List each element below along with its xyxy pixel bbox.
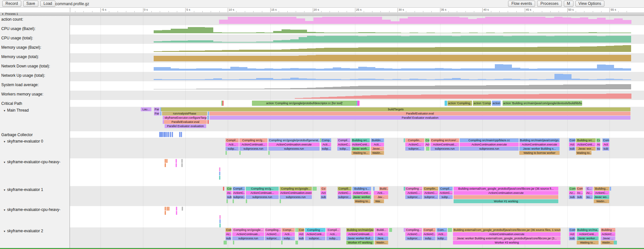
event-block[interactable]: Building src... [351,138,370,142]
expand-arrow-icon[interactable]: ▼ [3,208,7,213]
event-block[interactable]: Worker #1 working [454,199,558,203]
event-tick[interactable] [226,199,228,203]
event-tick[interactable] [222,101,224,106]
network-down-usage-chart[interactable] [154,64,631,71]
event-block[interactable]: Compil... [326,228,341,232]
event-block[interactable]: ActionC... [337,143,351,146]
event-block[interactable]: Act [596,143,600,146]
event-tick[interactable] [373,187,375,191]
event-tick[interactable] [219,167,220,171]
event-block[interactable] [454,195,558,199]
event-block[interactable]: subproc... [405,236,422,240]
event-block[interactable]: Par [154,112,159,115]
event-block[interactable]: Compiling src/google... [232,228,264,232]
event-block[interactable] [445,101,447,106]
event-block[interactable]: sub [596,147,600,151]
event-block[interactable]: Act [602,143,609,146]
toolbar-button-flow-events[interactable]: Flow events [508,1,535,7]
event-block[interactable]: subp... [321,147,331,151]
event-block[interactable]: Compiling src/main/cpp/blaze.cc [460,138,519,142]
event-tick[interactable] [233,199,234,203]
event-block[interactable]: Parallel Evaluator evaluation [210,116,630,120]
event-block[interactable]: ActionC... [601,232,615,236]
event-block[interactable] [426,147,429,151]
event-block[interactable]: ActionConti... [305,232,325,236]
event-block[interactable]: Par [154,107,159,111]
network-up-usage-chart[interactable] [154,73,631,80]
event-block[interactable] [389,228,392,232]
cpu-usage-bazel-chart[interactable] [154,26,631,33]
toolbar-button-load[interactable]: Load [40,1,55,7]
event-block[interactable]: ActionContinuation.execute [268,143,320,146]
event-block[interactable]: ActionContinuati... [430,143,459,146]
event-block[interactable]: subproc... [405,195,422,199]
track-label-skyframe-evaluator-0[interactable]: ▼skyframe-evaluator 0 [1,139,43,144]
event-block[interactable]: Act [569,143,575,146]
event-tick[interactable] [219,224,221,227]
event-block[interactable]: ActionConti... [351,143,370,146]
event-block[interactable]: ActionC... [265,232,281,236]
event-block[interactable]: Compiling... [405,228,422,232]
event-tick[interactable] [179,132,180,137]
event-block[interactable]: Acti... [282,232,295,236]
event-block[interactable]: subproc... [423,195,438,199]
event-tick[interactable] [166,159,168,163]
event-block[interactable]: Javac... [371,147,384,151]
event-block[interactable]: ActionContinuati... [346,232,374,236]
event-block[interactable]: Waitin... [371,151,384,155]
process-header[interactable]: ▼Process 1 [0,12,644,16]
event-block[interactable]: Compiling ... [405,187,422,191]
event-block[interactable]: ActionConti... [576,143,596,146]
expand-arrow-icon[interactable]: ▼ [3,140,7,144]
toolbar-button-record[interactable]: Record [2,1,21,7]
event-block[interactable]: sub [298,236,304,240]
event-block[interactable]: Javac wo... [594,195,609,199]
event-tick[interactable] [219,215,221,219]
event-tick[interactable] [172,132,173,137]
event-block[interactable]: Co [425,138,429,142]
event-block[interactable]: subproc... [265,236,281,240]
event-tick[interactable] [160,112,161,115]
event-block[interactable]: Javac ... [601,236,615,240]
event-tick[interactable] [162,132,163,137]
event-tick[interactable] [226,241,227,244]
expand-arrow-icon[interactable]: ▼ [3,188,7,193]
event-tick[interactable] [246,199,247,203]
event-block[interactable]: Ac... [226,191,232,195]
workers-memory-usage-chart[interactable] [295,92,631,99]
event-tick[interactable] [268,151,270,155]
event-block[interactable]: Ac... [569,191,576,195]
event-block[interactable]: sub [576,195,583,199]
event-block[interactable]: Building src/ma... [577,228,599,232]
event-block[interactable]: Compil... [337,138,351,142]
toolbar-button-m[interactable]: M [564,1,573,7]
event-block[interactable]: action 'Compili... [473,101,491,106]
event-tick[interactable] [165,207,166,211]
event-block[interactable]: action 'Building src/main/java/com/googl… [503,101,582,106]
event-block[interactable]: Jav... [374,195,388,199]
event-block[interactable]: Compilin... [423,187,438,191]
event-tick[interactable] [207,120,209,124]
event-block[interactable] [448,228,452,232]
event-tick[interactable] [165,163,166,167]
collapse-arrow-icon[interactable]: ▼ [2,13,4,15]
track-label-main-thread[interactable]: ▼Main Thread [1,108,29,113]
event-block[interactable]: Acti... [371,143,384,146]
event-block[interactable]: Compiling src/google/protobuf/generat... [268,138,320,142]
event-block[interactable]: Buildi... [375,228,388,232]
event-block[interactable]: subp... [423,236,436,240]
event-block[interactable]: Act [569,232,575,236]
event-tick[interactable] [176,211,177,215]
event-block[interactable]: Compiling src/core/... [430,138,459,142]
event-block[interactable]: subprocess.run [460,147,519,151]
event-block[interactable]: ParallelEvaluator.eval [209,112,630,115]
event-block[interactable]: ActionContinuati... [232,232,264,236]
event-block[interactable]: Building src... [576,138,596,142]
event-block[interactable]: Com [569,138,575,142]
event-tick[interactable] [176,207,177,211]
event-block[interactable]: Javac work... [351,147,370,151]
event-block[interactable]: Com [569,228,575,232]
event-block[interactable]: Comp... [321,138,331,142]
event-block[interactable]: C... [586,187,593,191]
event-tick[interactable] [176,159,177,163]
